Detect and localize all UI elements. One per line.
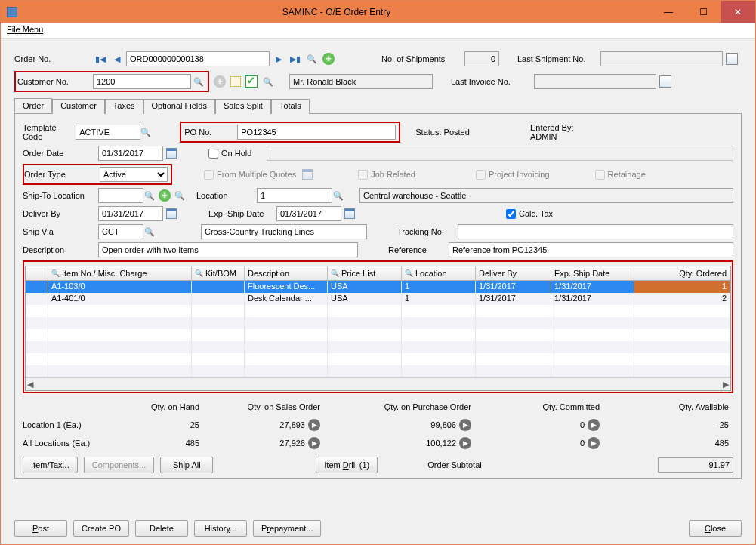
last-record-icon[interactable]: ▶▮ [289, 53, 301, 65]
table-row[interactable] [26, 317, 730, 329]
col-qty[interactable]: Qty. Ordered [634, 266, 730, 280]
line-items-grid[interactable]: 🔍Item No./ Misc. Charge 🔍Kit/BOM Descrip… [25, 266, 731, 391]
shipto-finder-icon[interactable]: 🔍 [143, 189, 156, 202]
customer-approve-icon[interactable] [245, 75, 258, 88]
tracking-input[interactable] [458, 224, 733, 239]
item-tax-button[interactable]: Item/Tax... [23, 457, 78, 473]
new-customer-icon: + [214, 75, 226, 88]
col-loc[interactable]: 🔍Location [402, 266, 476, 280]
table-row[interactable] [26, 329, 730, 341]
template-finder-icon[interactable]: 🔍 [140, 126, 151, 138]
col-kit[interactable]: 🔍Kit/BOM [192, 266, 245, 280]
delete-button[interactable]: Delete [135, 520, 188, 537]
ship-all-button[interactable]: Ship All [160, 457, 213, 473]
titlebar[interactable]: SAMINC - O/E Order Entry — ☐ ✕ [1, 1, 755, 23]
reference-input[interactable] [449, 242, 733, 257]
create-po-button[interactable]: Create PO [73, 520, 129, 537]
template-label: Template Code [23, 123, 76, 141]
shipto-input[interactable] [98, 188, 143, 203]
close-window-button[interactable]: ✕ [721, 1, 755, 23]
maximize-button[interactable]: ☐ [686, 1, 721, 23]
stat-h2: Qty. on Sales Order [204, 402, 325, 411]
drilldown-shipment-icon[interactable] [726, 53, 738, 65]
minimize-button[interactable]: — [651, 1, 686, 23]
history-button[interactable]: History... [194, 520, 247, 537]
table-row[interactable]: A1-401/0Desk Calendar ...USA11/31/20171/… [26, 293, 730, 305]
drill-icon[interactable]: ▶ [588, 419, 600, 431]
deliver-by-input[interactable] [98, 206, 163, 221]
table-row[interactable] [26, 341, 730, 353]
col-deliver[interactable]: Deliver By [476, 266, 551, 280]
stat-r1-onpo: 99,806 [430, 420, 456, 430]
ship-via-desc[interactable] [201, 224, 367, 239]
order-date-input[interactable] [98, 146, 163, 161]
next-record-icon[interactable]: ▶ [273, 53, 285, 65]
table-row[interactable]: A1-103/0Fluorescent Des...USA11/31/20171… [26, 281, 730, 293]
location-desc [359, 188, 733, 203]
drill-icon[interactable]: ▶ [459, 419, 471, 431]
post-button[interactable]: Post [14, 520, 67, 537]
deliver-by-calendar-icon[interactable] [166, 208, 177, 219]
item-drill-button[interactable]: Item Drill (1) [316, 457, 378, 473]
app-icon [7, 7, 17, 17]
ship-via-finder-icon[interactable]: 🔍 [143, 226, 156, 238]
customer-finder-icon[interactable]: 🔍 [193, 75, 205, 88]
on-hold-reason [267, 146, 733, 161]
order-type-label: Order Type [24, 170, 100, 179]
customer-note-icon[interactable] [230, 76, 241, 87]
shipto-new-icon[interactable]: + [159, 189, 171, 202]
file-menu[interactable]: File Menu [7, 25, 43, 34]
tab-totals[interactable]: Totals [271, 99, 310, 114]
close-button[interactable]: Close [689, 520, 742, 537]
tab-taxes[interactable]: Taxes [105, 99, 143, 114]
deliver-by-label: Deliver By [23, 209, 98, 218]
order-date-calendar-icon[interactable] [166, 148, 177, 159]
order-type-select[interactable]: Active [100, 167, 168, 182]
location-input[interactable] [257, 188, 332, 203]
exp-ship-calendar-icon[interactable] [344, 208, 355, 219]
calc-tax-checkbox[interactable] [506, 209, 516, 219]
drilldown-invoice-icon[interactable] [659, 75, 671, 88]
tab-sales-split[interactable]: Sales Split [215, 99, 271, 114]
table-row[interactable] [26, 365, 730, 377]
first-record-icon[interactable]: ▮◀ [94, 53, 106, 65]
table-row[interactable] [26, 353, 730, 365]
drill-icon[interactable]: ▶ [459, 437, 471, 449]
exp-ship-input[interactable] [276, 206, 341, 221]
drill-icon[interactable]: ▶ [308, 419, 320, 431]
stat-r2-onso: 27,926 [279, 439, 305, 448]
finder-icon[interactable]: 🔍 [306, 53, 318, 65]
drill-icon[interactable]: ▶ [588, 437, 600, 449]
location-finder-icon[interactable]: 🔍 [332, 189, 344, 202]
customer-zoom-icon[interactable]: 🔍 [262, 75, 274, 88]
table-row[interactable] [26, 305, 730, 317]
stat-h1: Qty. on Hand [113, 402, 204, 411]
col-rowheader[interactable] [26, 266, 48, 280]
col-desc[interactable]: Description [245, 266, 328, 280]
calc-tax-label: Calc. Tax [519, 209, 553, 218]
grid-hscroll[interactable]: ◀▶ [26, 377, 730, 390]
order-no-input[interactable] [126, 51, 270, 66]
ship-via-input[interactable] [98, 224, 143, 239]
drill-icon[interactable]: ▶ [308, 437, 320, 449]
tab-order[interactable]: Order [14, 98, 52, 113]
po-input[interactable] [237, 125, 396, 140]
shipto-zoom-icon[interactable]: 🔍 [174, 189, 186, 202]
last-invoice-label: Last Invoice No. [451, 77, 534, 86]
retainage-label: Retainage [608, 170, 646, 179]
prepayment-button[interactable]: Prepayment... [253, 520, 322, 537]
project-invoicing-label: Project Invoicing [489, 170, 550, 179]
tab-optional-fields[interactable]: Optional Fields [143, 99, 215, 114]
new-record-icon[interactable]: + [322, 53, 335, 65]
template-input[interactable] [76, 125, 140, 140]
customer-no-input[interactable] [93, 74, 191, 89]
col-price[interactable]: 🔍Price List [328, 266, 402, 280]
prev-record-icon[interactable]: ◀ [111, 53, 123, 65]
on-hold-checkbox[interactable] [208, 149, 218, 159]
tab-customer[interactable]: Customer [52, 99, 105, 114]
from-quotes-label: From Multiple Quotes [217, 170, 296, 179]
grid-body[interactable]: A1-103/0Fluorescent Des...USA11/31/20171… [26, 281, 730, 377]
description-input[interactable] [98, 242, 358, 257]
col-item[interactable]: 🔍Item No./ Misc. Charge [48, 266, 192, 280]
col-ship[interactable]: Exp. Ship Date [551, 266, 634, 280]
